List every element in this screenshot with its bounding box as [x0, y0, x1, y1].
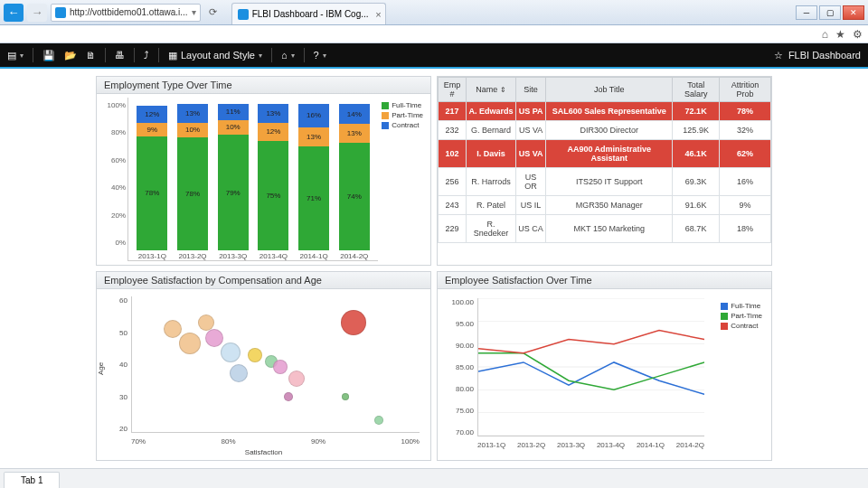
table-row[interactable]: 243R. PatelUS ILMGR350 Manager91.6K9% [439, 196, 771, 215]
bubble[interactable] [341, 310, 366, 335]
dashboard-title: FLBI Dashboard [788, 50, 861, 61]
tab-close-icon[interactable]: × [375, 9, 381, 20]
bubble[interactable] [288, 371, 305, 387]
panel-attrition-table: Emp #Name ⇕SiteJob TitleTotal SalaryAttr… [437, 76, 772, 266]
panel-scatter: Employee Satisfaction by Compensation an… [96, 271, 431, 461]
bubble[interactable] [248, 348, 262, 362]
export-button[interactable]: 🗎 [86, 50, 96, 61]
share-button[interactable]: ⤴ [144, 50, 149, 61]
tools-icon[interactable]: ⚙ [853, 28, 863, 41]
table-row[interactable]: 102I. DavisUS VAAA900 Administrative Ass… [439, 140, 771, 168]
table-header[interactable]: Emp # [439, 78, 467, 102]
table-row[interactable]: 229R. SnedekerUS CAMKT 150 Marketing68.7… [439, 215, 771, 243]
panel-line: Employee Satisfaction Over Time 100.0095… [437, 271, 772, 461]
layout-style-menu[interactable]: ▦ Layout and Style ▾ [168, 50, 262, 61]
table-header[interactable]: Total Salary [673, 78, 720, 102]
window-maximize-button[interactable]: ▢ [819, 5, 841, 20]
line-y-axis: 100.0095.0090.0085.0080.0075.0070.00 [441, 298, 476, 436]
widgets-menu[interactable]: ⌂▾ [281, 50, 295, 61]
window-controls: ─ ▢ ✕ [796, 5, 864, 20]
bubble[interactable] [284, 392, 293, 401]
line-chart[interactable] [477, 298, 704, 436]
bubble[interactable] [205, 329, 223, 347]
panel-title: Employee Satisfaction Over Time [438, 272, 771, 289]
url-dropdown-icon[interactable]: ▾ [192, 7, 196, 17]
print-button[interactable]: 🖶 [115, 50, 125, 61]
help-menu[interactable]: ?▾ [314, 50, 326, 61]
line-legend: Full-Time Part-Time Contract [717, 298, 766, 333]
bubble[interactable] [273, 360, 288, 374]
window-minimize-button[interactable]: ─ [796, 5, 817, 20]
home-icon[interactable]: ⌂ [822, 28, 828, 41]
dashboard-area: Employment Type Over Time 100%80%60%40%2… [0, 69, 868, 468]
panel-title: Employee Satisfaction by Compensation an… [97, 272, 430, 289]
bubble[interactable] [230, 364, 248, 382]
table-header[interactable]: Site [515, 78, 545, 102]
nav-back-button[interactable]: ← [4, 4, 24, 22]
browser-tab-strip: FLBI Dashboard - IBM Cog... × [231, 0, 386, 24]
panel-employment-type: Employment Type Over Time 100%80%60%40%2… [96, 76, 431, 266]
bubble[interactable] [179, 333, 201, 354]
stacked-legend: Full-Time Part-Time Contract [378, 98, 427, 261]
scatter-x-axis: 70%80%90%100% [131, 437, 420, 446]
bubble[interactable] [221, 343, 241, 362]
layout-icon: ▦ [168, 50, 177, 61]
tab-title: FLBI Dashboard - IBM Cog... [252, 9, 369, 19]
open-button[interactable]: 📂 [64, 50, 77, 61]
url-text: http://vottbidemo01.ottawa.i... [70, 7, 188, 17]
tab-favicon [238, 9, 249, 20]
scatter-y-axis: 6050403020 [100, 296, 127, 433]
save-button[interactable]: 💾 [42, 50, 55, 61]
bubble[interactable] [342, 393, 349, 400]
browser-chrome: ← → http://vottbidemo01.ottawa.i... ▾ ⟳ … [0, 0, 868, 25]
url-bar[interactable]: http://vottbidemo01.ottawa.i... ▾ [51, 4, 201, 22]
reload-button[interactable]: ⟳ [204, 4, 222, 22]
nav-forward-button[interactable]: → [27, 4, 47, 22]
table-row[interactable]: 217A. EdwardsUS PASAL600 Sales Represent… [439, 102, 771, 121]
cognos-toolbar: ▤▾ 💾 📂 🗎 🖶 ⤴ ▦ Layout and Style ▾ ⌂▾ ?▾ … [0, 43, 868, 69]
site-icon [55, 7, 66, 18]
favorites-icon[interactable]: ★ [835, 28, 845, 41]
bubble[interactable] [374, 416, 383, 425]
scatter-chart[interactable] [131, 296, 420, 433]
window-close-button[interactable]: ✕ [843, 5, 864, 20]
stacked-y-axis: 100%80%60%40%20%0% [100, 98, 127, 261]
table-header[interactable]: Name ⇕ [466, 78, 515, 102]
stacked-bar-chart[interactable]: 12%9%78%2013-1Q13%10%78%2013-2Q11%10%79%… [127, 98, 378, 261]
attrition-table[interactable]: Emp #Name ⇕SiteJob TitleTotal SalaryAttr… [438, 77, 771, 243]
line-x-axis: 2013-1Q2013-2Q2013-3Q2013-4Q2014-1Q2014-… [477, 441, 704, 449]
table-header[interactable]: Attrition Prob [720, 78, 771, 102]
panel-title: Employment Type Over Time [97, 77, 430, 94]
bottom-tab-1[interactable]: Tab 1 [4, 472, 60, 488]
table-row[interactable]: 256R. HarrodsUS ORITS250 IT Support69.3K… [439, 168, 771, 196]
bottom-tab-strip: Tab 1 [0, 468, 868, 488]
table-row[interactable]: 232G. BernardUS VADIR300 Director125.9K3… [439, 121, 771, 140]
favorite-icon[interactable]: ☆ [774, 50, 783, 61]
browser-sub-toolbar: ⌂ ★ ⚙ [0, 25, 868, 43]
file-menu-button[interactable]: ▤▾ [7, 50, 24, 61]
table-header[interactable]: Job Title [546, 78, 673, 102]
browser-tab[interactable]: FLBI Dashboard - IBM Cog... × [231, 3, 386, 24]
scatter-x-label: Satisfaction [245, 448, 282, 456]
layout-style-label: Layout and Style [181, 50, 255, 61]
bubble[interactable] [164, 320, 182, 338]
